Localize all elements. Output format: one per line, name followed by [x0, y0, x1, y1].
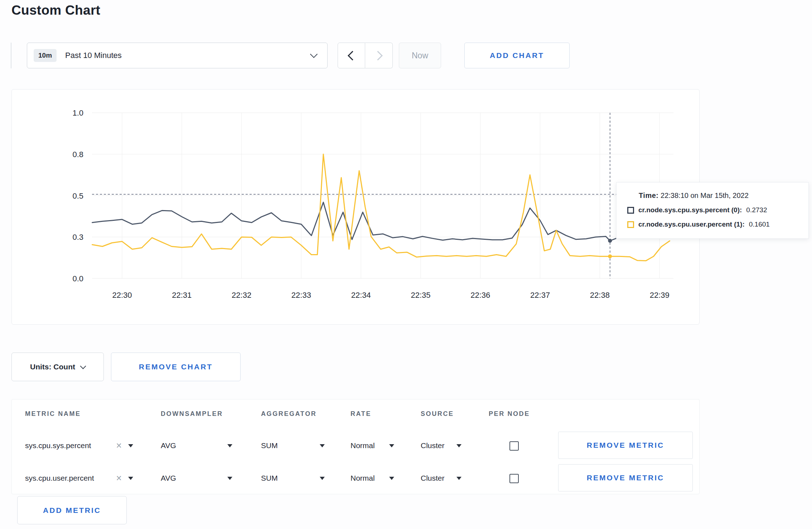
source-select[interactable]: Cluster — [421, 469, 461, 487]
chevron-down-icon — [80, 363, 86, 369]
caret-down-icon — [128, 444, 133, 447]
per-node-checkbox[interactable] — [509, 474, 519, 483]
aggregator-value: SUM — [261, 474, 278, 482]
time-pager — [338, 43, 393, 68]
tooltip-time-label: Time: — [639, 191, 658, 199]
svg-text:22:35: 22:35 — [411, 291, 430, 300]
chevron-down-icon — [310, 50, 318, 58]
metric-name-select[interactable]: sys.cpu.user.percent × — [25, 469, 133, 487]
metric-name-value: sys.cpu.sys.percent — [25, 441, 116, 450]
col-header-source: SOURCE — [421, 410, 454, 418]
tooltip-series-row: cr.node.sys.cpu.user.percent (1): 0.1601 — [627, 220, 802, 228]
tooltip-time-value: 22:38:10 on Mar 15th, 2022 — [661, 191, 749, 199]
source-select[interactable]: Cluster — [421, 437, 461, 455]
caret-down-icon — [227, 444, 232, 447]
add-chart-button[interactable]: ADD CHART — [464, 43, 570, 68]
chevron-left-icon — [348, 51, 357, 60]
time-range-badge: 10m — [34, 49, 57, 62]
chart-card: 1.00.80.50.30.022:3022:3122:3222:3322:34… — [11, 89, 700, 325]
svg-text:22:39: 22:39 — [650, 291, 670, 300]
time-range-label: Past 10 Minutes — [65, 51, 122, 60]
chevron-right-icon — [373, 51, 383, 60]
svg-text:22:34: 22:34 — [351, 291, 371, 300]
clear-metric-icon[interactable]: × — [116, 441, 122, 451]
svg-text:22:37: 22:37 — [530, 291, 550, 300]
tooltip-series-label: cr.node.sys.cpu.user.percent (1): — [638, 220, 745, 228]
remove-metric-button[interactable]: REMOVE METRIC — [558, 464, 693, 491]
downsampler-value: AVG — [161, 474, 176, 482]
page-title: Custom Chart — [11, 3, 100, 18]
svg-text:1.0: 1.0 — [72, 108, 83, 117]
rate-select[interactable]: Normal — [351, 469, 394, 487]
prev-time-button[interactable] — [338, 43, 365, 68]
metrics-table: METRIC NAME DOWNSAMPLER AGGREGATOR RATE … — [11, 399, 700, 494]
caret-down-icon — [227, 477, 232, 480]
svg-text:0.8: 0.8 — [72, 150, 83, 159]
caret-down-icon — [320, 444, 325, 447]
caret-down-icon — [320, 477, 325, 480]
tooltip-series-value: 0.1601 — [749, 220, 770, 228]
clear-metric-icon[interactable]: × — [116, 474, 122, 483]
aggregator-select[interactable]: SUM — [261, 469, 325, 487]
toolbar-left-divider — [11, 43, 11, 68]
per-node-checkbox[interactable] — [509, 441, 519, 451]
aggregator-value: SUM — [261, 441, 278, 450]
now-button[interactable]: Now — [399, 43, 441, 68]
col-header-rate: RATE — [351, 410, 371, 418]
rate-value: Normal — [351, 441, 375, 450]
series-swatch-user-icon — [627, 221, 634, 228]
svg-text:22:36: 22:36 — [470, 291, 490, 300]
svg-text:22:38: 22:38 — [590, 291, 610, 300]
col-header-per-node: PER NODE — [489, 410, 530, 418]
tooltip-series-row: cr.node.sys.cpu.sys.percent (0): 0.2732 — [627, 206, 802, 214]
caret-down-icon — [389, 477, 394, 480]
metrics-line-chart[interactable]: 1.00.80.50.30.022:3022:3122:3222:3322:34… — [12, 89, 699, 324]
col-header-aggregator: AGGREGATOR — [261, 410, 316, 418]
svg-text:0.3: 0.3 — [72, 233, 83, 242]
svg-text:22:33: 22:33 — [291, 291, 311, 300]
svg-text:22:30: 22:30 — [112, 291, 132, 300]
tooltip-series-label: cr.node.sys.cpu.sys.percent (0): — [638, 206, 742, 214]
caret-down-icon — [128, 477, 133, 480]
remove-chart-button[interactable]: REMOVE CHART — [111, 353, 241, 381]
units-dropdown[interactable]: Units: Count — [11, 353, 104, 381]
svg-text:22:32: 22:32 — [232, 291, 251, 300]
svg-text:0.0: 0.0 — [72, 274, 83, 283]
col-header-metric-name: METRIC NAME — [25, 410, 81, 418]
time-range-dropdown[interactable]: 10m Past 10 Minutes — [27, 43, 328, 68]
svg-text:22:31: 22:31 — [172, 291, 192, 300]
add-metric-button[interactable]: ADD METRIC — [17, 496, 127, 524]
chart-tooltip: Time: 22:38:10 on Mar 15th, 2022 cr.node… — [616, 182, 809, 239]
rate-select[interactable]: Normal — [351, 437, 394, 455]
metric-name-select[interactable]: sys.cpu.sys.percent × — [25, 437, 133, 455]
units-label: Units: Count — [30, 363, 75, 371]
caret-down-icon — [456, 477, 461, 480]
source-value: Cluster — [421, 474, 445, 482]
col-header-downsampler: DOWNSAMPLER — [161, 410, 223, 418]
next-time-button[interactable] — [365, 43, 393, 68]
tooltip-series-value: 0.2732 — [746, 206, 767, 214]
metric-name-value: sys.cpu.user.percent — [25, 474, 116, 482]
aggregator-select[interactable]: SUM — [261, 437, 325, 455]
caret-down-icon — [456, 444, 461, 447]
source-value: Cluster — [421, 441, 445, 450]
remove-metric-button[interactable]: REMOVE METRIC — [558, 432, 693, 459]
series-swatch-sys-icon — [627, 207, 634, 214]
downsampler-select[interactable]: AVG — [161, 469, 232, 487]
downsampler-value: AVG — [161, 441, 176, 450]
downsampler-select[interactable]: AVG — [161, 437, 232, 455]
tooltip-time-row: Time: 22:38:10 on Mar 15th, 2022 — [627, 191, 802, 200]
rate-value: Normal — [351, 474, 375, 482]
caret-down-icon — [389, 444, 394, 447]
svg-text:0.5: 0.5 — [72, 191, 83, 200]
